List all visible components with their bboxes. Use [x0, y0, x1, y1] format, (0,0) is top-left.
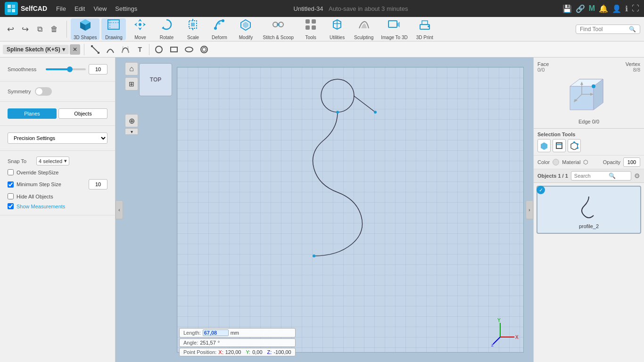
measurements-panel: Length: mm Angle: 251,57 ° Point Positio… — [179, 328, 296, 356]
ring-tool-button[interactable] — [197, 43, 211, 56]
info-icon[interactable]: ℹ — [625, 4, 628, 13]
undo-redo-group: ↩ ↪ ⧉ 🗑 — [4, 23, 61, 36]
delete-button[interactable]: 🗑 — [48, 23, 61, 36]
color-picker[interactable] — [553, 159, 559, 165]
user-icon[interactable]: 👤 — [612, 4, 621, 13]
orbit-button[interactable]: ⊕ — [125, 114, 138, 127]
grid-canvas[interactable] — [177, 67, 524, 353]
bell-icon[interactable]: 🔔 — [599, 4, 608, 13]
menu-settings[interactable]: Settings — [113, 4, 139, 13]
override-step-checkbox[interactable] — [8, 169, 14, 175]
selection-tools-label: Selection Tools — [537, 132, 640, 137]
show-measurements-checkbox[interactable] — [8, 203, 14, 209]
planes-tab[interactable]: Planes — [8, 108, 57, 119]
rect-tool-button[interactable] — [167, 43, 181, 56]
point-y-label: Y: — [246, 349, 250, 355]
topbar: SelfCAD File Edit View Settings Untitled… — [0, 0, 644, 17]
hide-objects-checkbox[interactable] — [8, 193, 14, 199]
modify-button[interactable]: Modify — [233, 18, 258, 40]
move-button[interactable]: Move — [128, 18, 152, 40]
drawing-button[interactable]: Drawing — [101, 18, 126, 40]
ellipse-tool-button[interactable] — [182, 43, 196, 56]
fit-view-button[interactable]: ⊞ — [125, 77, 138, 90]
smoothness-value[interactable] — [89, 64, 107, 74]
line-tool-button[interactable] — [88, 43, 102, 56]
smoothness-slider-track[interactable] — [46, 68, 86, 70]
face-label: Face — [537, 61, 549, 67]
view-preset-card[interactable]: TOP — [139, 63, 172, 96]
3d-shapes-button[interactable]: 3D Shapes — [71, 18, 99, 40]
tools-icon — [304, 18, 317, 34]
min-step-checkbox[interactable] — [8, 181, 14, 188]
override-step-label: Override StepSize — [17, 170, 58, 175]
svg-point-48 — [201, 46, 207, 53]
redo-button[interactable]: ↪ — [18, 23, 32, 36]
point-label: Point Position: — [183, 349, 216, 355]
svg-line-40 — [92, 46, 99, 53]
symmetry-row: Symmetry — [4, 85, 111, 98]
objects-tab[interactable]: Objects — [58, 108, 107, 119]
tools-button[interactable]: Tools — [298, 18, 323, 40]
collapse-right-panel-btn[interactable]: › — [526, 200, 533, 219]
3d-print-button[interactable]: 3D Print — [413, 18, 437, 40]
vertex-select-tool[interactable] — [568, 139, 581, 152]
svg-text:X: X — [515, 335, 519, 340]
text-tool-button[interactable]: T — [133, 43, 147, 56]
object-item[interactable]: profile_2 — [537, 186, 641, 234]
face-value: 0/0 — [537, 67, 549, 73]
deform-button[interactable]: Deform — [207, 18, 231, 40]
rotate-button[interactable]: Rotate — [154, 18, 179, 40]
precision-settings-dropdown[interactable]: Precision Settings — [8, 132, 107, 144]
collapse-left-panel-btn[interactable]: ‹ — [116, 200, 123, 219]
undo-button[interactable]: ↩ — [4, 23, 17, 36]
circle-tool-button[interactable] — [152, 43, 166, 56]
utilities-button[interactable]: Utilities — [325, 18, 349, 40]
point-position-measurement: Point Position: X: 120,00 Y: 0,00 Z: -10… — [179, 348, 296, 356]
face-info: Face 0/0 — [537, 61, 549, 73]
svg-rect-29 — [305, 19, 310, 24]
stitch-button[interactable]: Stitch & Scoop — [260, 18, 297, 40]
spline-sketch-label[interactable]: Spline Sketch (K+S) ▾ — [3, 45, 69, 54]
sculpting-button[interactable]: Sculpting — [351, 18, 376, 40]
svg-line-51 — [354, 96, 375, 112]
snap-to-dropdown[interactable]: 4 selected ▾ — [36, 156, 69, 165]
opacity-value[interactable] — [623, 157, 640, 167]
canvas-area[interactable]: ‹ › TOP ⌂ ⊞ ⊕ ▾ — [116, 58, 533, 362]
override-step-row: Override StepSize — [4, 167, 111, 177]
chevron-down-icon: ▾ — [64, 158, 67, 164]
save-icon[interactable]: 💾 — [562, 4, 572, 13]
bezier-tool-button[interactable] — [118, 43, 132, 56]
min-step-value[interactable] — [89, 179, 107, 189]
svg-text:Z: Z — [491, 343, 494, 346]
menu-edit[interactable]: Edit — [73, 4, 87, 13]
find-tool-search-icon[interactable]: 🔍 — [629, 26, 636, 33]
menu-view[interactable]: View — [91, 4, 108, 13]
selection-tools-section: Selection Tools — [534, 129, 644, 156]
svg-point-15 — [139, 23, 141, 26]
menu-file[interactable]: File — [54, 4, 68, 13]
objects-list: ✓ profile_2 — [534, 183, 644, 237]
m-icon[interactable]: M — [589, 4, 595, 13]
hide-objects-label: Hide All Objects — [17, 194, 53, 199]
close-spline-button[interactable]: ✕ — [70, 44, 80, 55]
objects-settings-icon[interactable]: ⚙ — [634, 172, 640, 180]
symmetry-toggle[interactable] — [35, 87, 52, 96]
appearance-section: Color Material ⬡ Opacity — [534, 156, 644, 169]
length-value[interactable] — [203, 329, 229, 336]
scale-button[interactable]: Scale — [181, 18, 205, 40]
tools-label: Tools — [305, 35, 316, 40]
orbit-down-button[interactable]: ▾ — [125, 128, 138, 135]
copy-button[interactable]: ⧉ — [33, 23, 46, 36]
curve-tool-button[interactable] — [103, 43, 117, 56]
app-logo[interactable]: SelfCAD — [5, 2, 47, 15]
3d-cube-display[interactable] — [537, 74, 640, 117]
home-view-button[interactable]: ⌂ — [125, 62, 138, 75]
canvas-controls-left: ⌂ ⊞ — [125, 62, 138, 90]
fullscreen-icon[interactable]: ⛶ — [632, 4, 639, 13]
edge-select-tool[interactable] — [553, 139, 566, 152]
search-input[interactable] — [574, 173, 607, 179]
share-icon[interactable]: 🔗 — [576, 4, 585, 13]
face-select-tool[interactable] — [537, 139, 551, 152]
find-tool-input[interactable] — [580, 26, 627, 33]
image-to-3d-button[interactable]: Image To 3D — [378, 18, 411, 40]
